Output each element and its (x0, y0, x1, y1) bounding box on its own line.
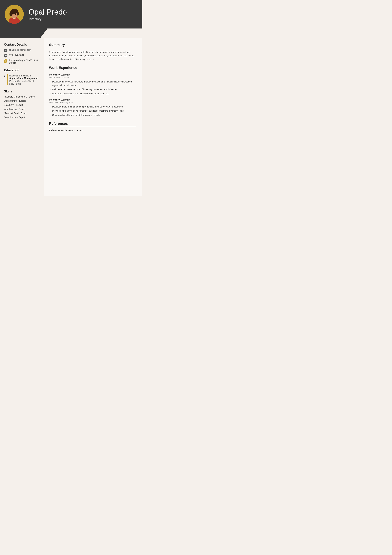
location-icon: ◉ (4, 59, 7, 63)
avatar (5, 5, 24, 24)
phone-icon: ☎ (4, 54, 7, 58)
jobs-list: Inventory, WalmartMarch 2023 - PresentDe… (49, 73, 136, 117)
contact-phone: (650) 148 5864 (9, 54, 24, 56)
main-content: Summary Experienced Inventory Manager wi… (44, 38, 142, 196)
references-title: References (49, 122, 136, 127)
contact-phone-item: ☎ (650) 148 5864 (4, 54, 40, 58)
job-bullets-1: Developed and maintained comprehensive i… (49, 105, 136, 117)
skills-section-title: Skills (4, 90, 40, 93)
contact-address: Rodriguezburgh, 69960, South Dakota (9, 59, 40, 64)
skill-item: Organization - Expert (4, 116, 40, 119)
skills-section: Skills Inventory Management - ExpertStoc… (4, 90, 40, 119)
job-title-0: Inventory, Walmart (49, 73, 136, 76)
person-subtitle: Inventory (29, 17, 67, 21)
skill-item: Inventory Management - Expert (4, 95, 40, 98)
main-layout: Contact Details ✉ opalpredo@gmail.com ☎ … (0, 38, 142, 196)
contact-section: Contact Details ✉ opalpredo@gmail.com ☎ … (4, 43, 40, 64)
svg-marker-9 (0, 29, 44, 38)
references-text: References available upon request (49, 129, 136, 132)
job-bullet-item: Maintained accurate records of inventory… (52, 88, 136, 91)
contact-section-title: Contact Details (4, 43, 40, 46)
edu-content: Bachelor of Science in Supply Chain Mana… (7, 74, 38, 85)
education-item: ● Bachelor of Science in Supply Chain Ma… (4, 74, 40, 85)
mail-icon: ✉ (4, 49, 7, 52)
sidebar: Contact Details ✉ opalpredo@gmail.com ☎ … (0, 38, 44, 196)
job-bullet-item: Generated weekly and monthly inventory r… (52, 113, 136, 117)
education-section-title: Education (4, 69, 40, 72)
job-bullet-item: Provided input to the development of bud… (52, 109, 136, 113)
person-name: Opal Predo (29, 7, 67, 16)
skill-item: Data Entry - Expert (4, 104, 40, 106)
contact-address-item: ◉ Rodriguezburgh, 69960, South Dakota (4, 59, 40, 64)
edu-years: 2017 - 2021 (9, 83, 38, 85)
education-section: Education ● Bachelor of Science in Suppl… (4, 69, 40, 85)
chevron-divider (0, 29, 142, 38)
contact-email-link[interactable]: opalpredo@gmail.com (9, 49, 31, 51)
edu-bullet-icon: ● (4, 74, 6, 85)
job-dates-1: May 2021 - February 2023 (49, 101, 136, 104)
references-section: References References available upon req… (49, 122, 136, 132)
job-title-1: Inventory, Walmart (49, 98, 136, 101)
summary-title: Summary (49, 43, 136, 48)
contact-email-item: ✉ opalpredo@gmail.com (4, 49, 40, 52)
work-experience-section: Work Experience Inventory, WalmartMarch … (49, 66, 136, 117)
job-bullet-item: Developed innovative inventory managemen… (52, 80, 136, 87)
job-bullet-item: Developed and maintained comprehensive i… (52, 105, 136, 109)
skill-item: Warehousing - Expert (4, 108, 40, 110)
edu-degree-prefix: Bachelor of Science in Supply Chain Mana… (9, 74, 38, 80)
header-text-block: Opal Predo Inventory (29, 7, 67, 21)
svg-point-8 (15, 14, 16, 15)
job-bullets-0: Developed innovative inventory managemen… (49, 80, 136, 95)
skill-item: Stock Control - Expert (4, 100, 40, 102)
svg-point-6 (17, 12, 19, 15)
skills-list: Inventory Management - ExpertStock Contr… (4, 95, 40, 119)
job-dates-0: March 2023 - Present (49, 76, 136, 79)
edu-school: Purdue University Global (9, 80, 38, 82)
svg-point-5 (9, 12, 12, 16)
work-experience-title: Work Experience (49, 66, 136, 71)
summary-section: Summary Experienced Inventory Manager wi… (49, 43, 136, 61)
svg-point-7 (13, 14, 14, 15)
edu-degree-bold: Supply Chain Management (9, 77, 38, 80)
summary-text: Experienced Inventory Manager with 8+ ye… (49, 50, 136, 61)
skill-item: Microsoft Excel - Expert (4, 112, 40, 114)
header-section: Opal Predo Inventory (0, 0, 142, 29)
job-bullet-item: Monitored stock levels and initiated ord… (52, 92, 136, 95)
